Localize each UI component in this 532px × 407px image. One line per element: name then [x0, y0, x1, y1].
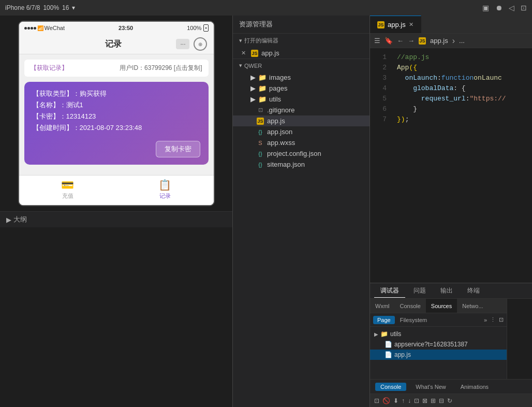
user-id[interactable]: 用户ID：63799296 [点击复制] — [120, 64, 202, 72]
console-bar: Console What's New Animations — [370, 379, 532, 394]
folder-pages-icon: 📁 — [259, 85, 266, 92]
projectconfig-name: project.config.json — [267, 150, 321, 157]
nav-btn-dots[interactable]: ··· — [176, 39, 189, 49]
window-icon[interactable]: ⊡ — [521, 4, 527, 12]
signal-dots — [24, 27, 36, 30]
tab-recharge[interactable]: 💳 充值 — [19, 179, 116, 200]
tree-appservice[interactable]: 📄 appservice?t=1628351387 — [370, 339, 507, 350]
panel-tab-terminal[interactable]: 终端 — [461, 284, 486, 297]
panel-tab-debugger[interactable]: 调试器 — [374, 284, 405, 298]
record-tab-icon: 📋 — [158, 179, 171, 191]
dot-4 — [34, 27, 36, 30]
user-info-label: 【获取记录】 — [31, 64, 68, 72]
bt-icon-4[interactable]: ↑ — [402, 397, 405, 404]
phone-simulator: 📶 WeChat 23:50 100% ▪ 记录 ··· ⊕ — [0, 16, 233, 407]
card-time: 【创建时间】：2021-08-07 23:23:48 — [33, 123, 200, 133]
appjs-name: app.js — [267, 117, 285, 125]
editor-tab-appjs[interactable]: JS app.js ✕ — [370, 16, 421, 33]
nav-icons: ··· ⊕ — [176, 37, 207, 51]
bt-icon-8[interactable]: ⊞ — [431, 397, 436, 404]
chevron-right-icon: ▶ — [6, 216, 11, 224]
phone-tabs: 💳 充值 📋 记录 — [19, 175, 214, 205]
console-tab-whatsnew[interactable]: What's New — [410, 383, 451, 391]
sitemap-name: sitemap.json — [267, 161, 305, 168]
tree-item-appjs[interactable]: JS app.js — [233, 115, 370, 126]
toolbar-breadcrumb-sep: › — [452, 36, 455, 46]
console-tab-animations[interactable]: Animations — [455, 383, 494, 391]
open-editors-title[interactable]: ▾ 打开的编辑器 — [233, 34, 370, 48]
bt-icon-3[interactable]: ⬇ — [393, 397, 398, 404]
hamburger-icon[interactable]: ☰ — [374, 37, 380, 45]
more-icon[interactable]: » — [484, 317, 487, 323]
copy-card-button[interactable]: 复制卡密 — [156, 141, 200, 157]
tree-item-gitignore[interactable]: ⊡ .gitignore — [233, 105, 370, 115]
back-nav-icon[interactable]: ← — [397, 37, 404, 45]
appjs-tree-label: app.js — [394, 351, 411, 358]
tree-item-sitemap[interactable]: {} sitemap.json — [233, 159, 370, 170]
folder-pages-name: pages — [269, 84, 287, 92]
devtools-tab-wxml[interactable]: Wxml — [370, 299, 395, 313]
record-icon[interactable]: ⏺ — [495, 4, 503, 12]
phone-icon[interactable]: ▣ — [482, 4, 489, 12]
bt-icon-2[interactable]: 🚫 — [382, 397, 390, 404]
devtools-sidebar: Wxml Console Sources Netwo... Page Files… — [370, 299, 507, 379]
status-right: 100% ▪ — [187, 24, 208, 32]
phone-frame: 📶 WeChat 23:50 100% ▪ 记录 ··· ⊕ — [18, 21, 215, 206]
devtools-tab-network[interactable]: Netwo... — [457, 299, 488, 313]
device-info: iPhone 6/7/8 100% 16 ▾ — [5, 4, 75, 11]
bt-icon-6[interactable]: ⊡ — [414, 397, 419, 404]
chevron-right-icon-3: ▶ — [250, 84, 256, 92]
tree-item-appwxss[interactable]: S app.wxss — [233, 137, 370, 148]
code-area: 1 2 3 4 5 6 7 //app.js App({ onLaunch : — [370, 48, 532, 283]
bt-icon-1[interactable]: ⊡ — [374, 397, 379, 404]
editor-tab-js-icon: JS — [377, 21, 385, 28]
code-line-3: onLaunch : function onLaunc — [397, 73, 526, 83]
appservice-file-icon: 📄 — [385, 341, 392, 348]
tree-appjs[interactable]: 📄 app.js — [370, 350, 507, 360]
bottom-panel: 调试器 问题 输出 终端 Wxml Console Sources Netwo.… — [370, 283, 532, 407]
editor-tabs: JS app.js ✕ — [370, 16, 532, 34]
dropdown-icon[interactable]: ▾ — [72, 4, 75, 11]
tree-item-projectconfig[interactable]: {} project.config.json — [233, 148, 370, 159]
network-label: WeChat — [45, 25, 65, 31]
back-icon[interactable]: ◁ — [509, 4, 514, 12]
record-label: 记录 — [159, 192, 171, 200]
code-line-7: } ) ; — [397, 114, 526, 125]
tree-item-appjson[interactable]: {} app.json — [233, 126, 370, 137]
devtools-tab-console[interactable]: Console — [395, 299, 426, 313]
tab-record[interactable]: 📋 记录 — [116, 179, 214, 200]
project-section-title[interactable]: ▾ QWER — [233, 59, 370, 72]
appjson-name: app.json — [267, 128, 292, 136]
outline-section: ▶ 大纲 — [0, 211, 232, 227]
bt-icon-9[interactable]: ⊟ — [439, 397, 444, 404]
code-line-5: request_url : "https:// — [397, 94, 526, 104]
open-file-appjs[interactable]: ✕ JS app.js — [233, 48, 370, 59]
tree-item-images[interactable]: ▶ 📁 images — [233, 72, 370, 83]
subtab-page[interactable]: Page — [373, 316, 395, 324]
bt-icon-5[interactable]: ↓ — [408, 397, 411, 404]
panel-tab-output[interactable]: 输出 — [434, 284, 459, 297]
bt-icon-10[interactable]: ↻ — [447, 397, 452, 404]
console-tab-console[interactable]: Console — [375, 383, 406, 391]
bt-icon-7[interactable]: ⊠ — [422, 397, 427, 404]
expand-icon[interactable]: ⊡ — [499, 316, 504, 323]
subtab-filesystem[interactable]: Filesystem — [396, 316, 432, 324]
panel-tab-problems[interactable]: 问题 — [407, 284, 432, 297]
scale-label: 100% — [43, 4, 59, 11]
code-comment: //app.js — [397, 52, 429, 63]
bookmark-icon[interactable]: 🔖 — [385, 37, 393, 45]
projectconfig-icon: {} — [257, 150, 264, 157]
tree-utils[interactable]: ▶ 📁 utils — [370, 329, 507, 339]
card-name: 【名称】：测试1 — [33, 100, 200, 110]
code-content[interactable]: //app.js App({ onLaunch : function onLau… — [391, 48, 532, 283]
appjs-icon: JS — [257, 118, 264, 125]
settings-icon[interactable]: ⋮ — [490, 316, 496, 323]
devtools-tab-sources[interactable]: Sources — [426, 299, 457, 313]
forward-nav-icon[interactable]: → — [408, 37, 415, 45]
tab-close-icon[interactable]: ✕ — [409, 21, 413, 28]
nav-btn-add[interactable]: ⊕ — [194, 37, 207, 51]
line-num-6: 6 — [370, 104, 387, 114]
tree-item-pages[interactable]: ▶ 📁 pages — [233, 83, 370, 94]
close-icon[interactable]: ✕ — [241, 50, 246, 56]
tree-item-utils[interactable]: ▶ 📁 utils — [233, 94, 370, 105]
